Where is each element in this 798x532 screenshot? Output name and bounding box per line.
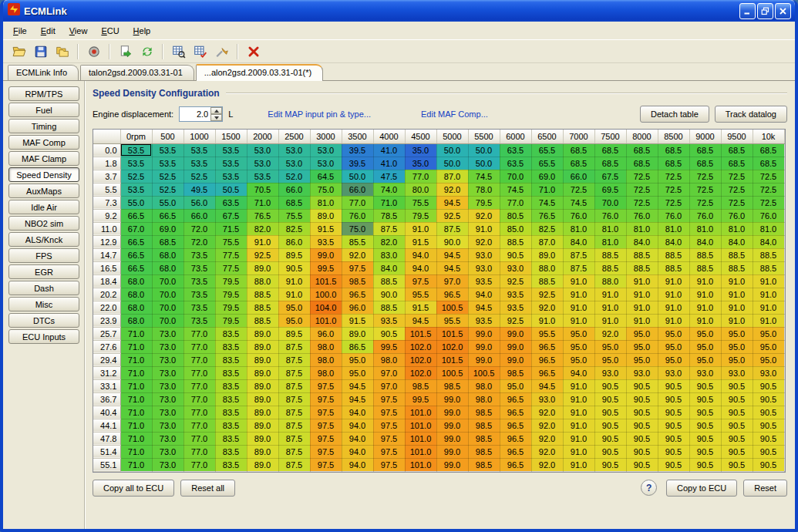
ve-cell[interactable]: 84.0 — [626, 235, 658, 248]
ve-cell[interactable]: 91.0 — [563, 406, 594, 419]
ve-cell[interactable]: 50.0 — [436, 157, 468, 170]
ve-cell[interactable]: 63.5 — [500, 143, 531, 157]
ve-cell[interactable]: 92.0 — [436, 183, 468, 196]
col-header-6000[interactable]: 6000 — [500, 130, 531, 143]
ve-cell[interactable]: 68.5 — [278, 196, 310, 209]
displacement-input[interactable] — [180, 107, 210, 121]
row-header-36.7[interactable]: 36.7 — [93, 392, 120, 406]
row-header-33.1[interactable]: 33.1 — [93, 379, 120, 392]
ve-cell[interactable]: 97.5 — [310, 445, 342, 458]
sidebar-item-maf-clamp[interactable]: MAF Clamp — [8, 151, 79, 166]
ve-cell[interactable]: 90.5 — [689, 445, 721, 458]
ve-cell[interactable]: 92.0 — [531, 419, 563, 432]
ve-cell[interactable]: 95.5 — [531, 327, 563, 340]
row-header-27.6[interactable]: 27.6 — [93, 340, 120, 353]
ve-cell[interactable]: 91.0 — [405, 222, 436, 235]
ve-cell[interactable]: 94.0 — [342, 445, 373, 458]
ve-cell[interactable]: 63.5 — [500, 157, 531, 170]
ve-cell[interactable]: 101.0 — [405, 406, 436, 419]
ve-cell[interactable]: 52.0 — [278, 170, 310, 183]
ve-cell[interactable]: 91.5 — [310, 222, 342, 235]
ve-cell[interactable]: 79.5 — [215, 301, 247, 314]
ve-cell[interactable]: 79.5 — [215, 288, 247, 301]
ve-cell[interactable]: 70.0 — [152, 288, 184, 301]
ve-cell[interactable]: 68.5 — [721, 157, 753, 170]
reset-all-button[interactable]: Reset all — [180, 480, 235, 497]
col-header-5500[interactable]: 5500 — [468, 130, 500, 143]
ve-cell[interactable]: 53.0 — [278, 157, 310, 170]
col-header-1000[interactable]: 1000 — [184, 130, 215, 143]
ve-cell[interactable]: 90.5 — [753, 379, 784, 392]
row-header-9.2[interactable]: 9.2 — [93, 209, 120, 222]
row-header-23.9[interactable]: 23.9 — [93, 314, 120, 327]
ve-cell[interactable]: 101.0 — [310, 314, 342, 327]
ve-cell[interactable]: 53.0 — [278, 143, 310, 157]
ve-cell[interactable]: 90.5 — [594, 432, 626, 445]
ve-cell[interactable]: 72.5 — [689, 196, 721, 209]
ve-cell[interactable]: 71.0 — [247, 196, 278, 209]
ve-cell[interactable]: 53.5 — [152, 157, 184, 170]
ve-cell[interactable]: 97.5 — [310, 458, 342, 471]
ve-cell[interactable]: 81.0 — [626, 222, 658, 235]
ve-cell[interactable]: 91.0 — [531, 314, 563, 327]
ve-cell[interactable]: 68.5 — [721, 143, 753, 157]
ve-cell[interactable]: 98.5 — [468, 406, 500, 419]
ve-cell[interactable]: 71.0 — [120, 458, 152, 471]
ve-cell[interactable]: 87.5 — [278, 458, 310, 471]
ve-cell[interactable]: 90.5 — [753, 445, 784, 458]
ve-cell[interactable]: 77.0 — [184, 406, 215, 419]
ve-cell[interactable]: 76.0 — [594, 209, 626, 222]
ve-cell[interactable]: 76.0 — [563, 209, 594, 222]
ve-cell[interactable]: 101.0 — [405, 445, 436, 458]
ve-cell[interactable]: 72.5 — [658, 196, 689, 209]
row-header-47.8[interactable]: 47.8 — [93, 432, 120, 445]
ve-cell[interactable]: 72.5 — [658, 170, 689, 183]
ve-cell[interactable]: 88.5 — [721, 261, 753, 274]
row-header-40.4[interactable]: 40.4 — [93, 406, 120, 419]
ve-cell[interactable]: 71.0 — [120, 379, 152, 392]
ve-cell[interactable]: 90.5 — [658, 445, 689, 458]
ve-cell[interactable]: 66.0 — [342, 183, 373, 196]
ve-cell[interactable]: 104.0 — [310, 301, 342, 314]
ve-cell[interactable]: 68.5 — [563, 157, 594, 170]
ve-cell[interactable]: 86.0 — [278, 235, 310, 248]
ve-cell[interactable]: 98.0 — [310, 340, 342, 353]
ve-cell[interactable]: 88.5 — [658, 248, 689, 261]
ve-cell[interactable]: 84.0 — [563, 235, 594, 248]
ve-cell[interactable]: 70.0 — [500, 170, 531, 183]
ve-cell[interactable]: 89.0 — [247, 432, 278, 445]
ve-cell[interactable]: 71.0 — [120, 340, 152, 353]
ve-cell[interactable]: 93.0 — [721, 366, 753, 379]
ve-cell[interactable]: 83.5 — [215, 353, 247, 366]
ve-cell[interactable]: 90.5 — [721, 419, 753, 432]
spin-up-button[interactable] — [210, 107, 222, 114]
ve-cell[interactable]: 94.5 — [342, 379, 373, 392]
ve-cell[interactable]: 95.0 — [658, 327, 689, 340]
ve-cell[interactable]: 72.5 — [753, 170, 784, 183]
ve-cell[interactable]: 68.5 — [658, 157, 689, 170]
row-header-31.2[interactable]: 31.2 — [93, 366, 120, 379]
ve-cell[interactable]: 91.0 — [689, 274, 721, 288]
ve-cell[interactable]: 84.0 — [373, 261, 405, 274]
ve-cell[interactable]: 90.5 — [721, 392, 753, 406]
ve-cell[interactable]: 76.0 — [721, 209, 753, 222]
ve-cell[interactable]: 95.0 — [594, 353, 626, 366]
ve-cell[interactable]: 68.5 — [658, 143, 689, 157]
ve-cell[interactable]: 99.0 — [468, 327, 500, 340]
ve-cell[interactable]: 95.0 — [721, 340, 753, 353]
ve-cell[interactable]: 92.0 — [468, 209, 500, 222]
ve-cell[interactable]: 95.0 — [721, 353, 753, 366]
ve-cell[interactable]: 94.5 — [342, 392, 373, 406]
col-header-3000[interactable]: 3000 — [310, 130, 342, 143]
ve-cell[interactable]: 68.0 — [120, 314, 152, 327]
row-header-5.5[interactable]: 5.5 — [93, 183, 120, 196]
ve-cell[interactable]: 101.0 — [405, 432, 436, 445]
ve-cell[interactable]: 90.5 — [626, 392, 658, 406]
ve-cell[interactable]: 98.5 — [468, 432, 500, 445]
ve-cell[interactable]: 72.5 — [753, 196, 784, 209]
ve-cell[interactable]: 77.0 — [184, 392, 215, 406]
close-button[interactable] — [775, 3, 791, 19]
ve-cell[interactable]: 90.5 — [721, 445, 753, 458]
ve-cell[interactable]: 73.5 — [184, 248, 215, 261]
ve-cell[interactable]: 102.0 — [436, 340, 468, 353]
